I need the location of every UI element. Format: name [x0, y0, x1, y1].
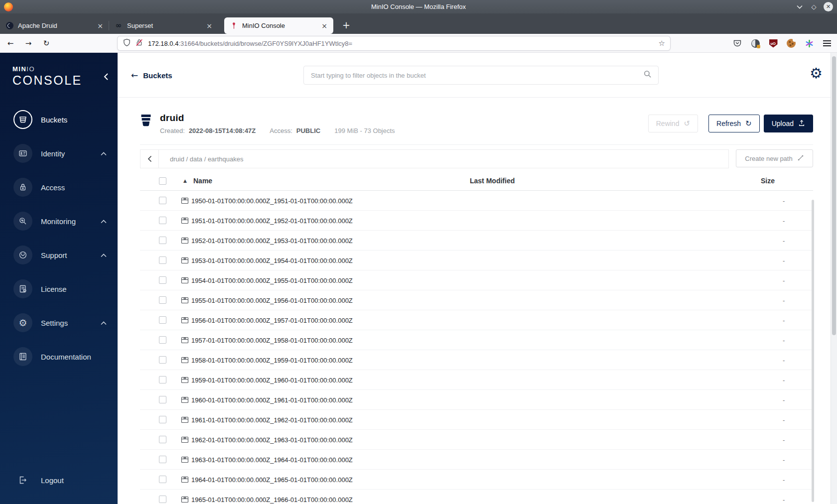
tab-apache-druid[interactable]: Apache Druid × — [0, 17, 109, 34]
url-bar[interactable]: 172.18.0.4:31664/buckets/druid/browse/ZG… — [118, 36, 670, 50]
row-checkbox[interactable] — [159, 496, 166, 503]
container-extension-icon[interactable] — [804, 38, 814, 48]
upload-button[interactable]: Upload — [764, 115, 813, 132]
row-checkbox[interactable] — [159, 416, 166, 423]
close-icon[interactable]: ✕ — [824, 2, 833, 11]
darkreader-extension-icon[interactable] — [750, 38, 760, 48]
object-name: 1955-01-01T00:00:00.000Z_1956-01-01T00:0… — [191, 297, 353, 304]
insecure-lock-icon[interactable] — [135, 38, 143, 49]
object-row[interactable]: 1961-01-01T00:00:00.000Z_1962-01-01T00:0… — [140, 410, 813, 430]
object-row[interactable]: 1951-01-01T00:00:00.000Z_1952-01-01T00:0… — [140, 211, 813, 231]
object-row[interactable]: 1956-01-01T00:00:00.000Z_1957-01-01T00:0… — [140, 310, 813, 330]
sidebar-item-label: License — [41, 285, 67, 293]
path-back-button[interactable] — [140, 150, 159, 168]
sidebar-item-buckets[interactable]: Buckets — [0, 103, 118, 136]
row-checkbox[interactable] — [159, 237, 166, 244]
back-button[interactable]: ← — [3, 36, 18, 50]
reload-button[interactable]: ↻ — [39, 36, 54, 50]
row-checkbox[interactable] — [159, 356, 166, 364]
create-new-path-button[interactable]: Create new path — [736, 149, 813, 167]
page-scrollbar[interactable] — [831, 53, 837, 504]
tab-minio-console[interactable]: MinIO Console × — [224, 17, 333, 34]
access-value[interactable]: PUBLIC — [296, 127, 320, 134]
row-checkbox[interactable] — [159, 276, 166, 284]
row-checkbox[interactable] — [159, 197, 166, 204]
row-checkbox[interactable] — [159, 316, 166, 324]
object-row[interactable]: 1950-01-01T00:00:00.000Z_1951-01-01T00:0… — [140, 191, 813, 211]
bookmark-star-icon[interactable]: ☆ — [659, 39, 665, 48]
object-row[interactable]: 1960-01-01T00:00:00.000Z_1961-01-01T00:0… — [140, 390, 813, 410]
row-checkbox[interactable] — [159, 296, 166, 304]
sidebar-item-license[interactable]: License — [0, 272, 118, 306]
shield-icon[interactable] — [123, 38, 131, 49]
chevron-up-icon[interactable] — [101, 217, 107, 226]
row-checkbox[interactable] — [159, 376, 166, 383]
refresh-button[interactable]: Refresh↻ — [708, 115, 760, 132]
row-checkbox[interactable] — [159, 336, 166, 344]
druid-favicon-icon — [5, 22, 13, 30]
object-row[interactable]: 1957-01-01T00:00:00.000Z_1958-01-01T00:0… — [140, 330, 813, 350]
object-row[interactable]: 1958-01-01T00:00:00.000Z_1959-01-01T00:0… — [140, 350, 813, 370]
object-name: 1963-01-01T00:00:00.000Z_1964-01-01T00:0… — [191, 456, 353, 464]
rewind-button[interactable]: Rewind↺ — [648, 115, 698, 132]
sidebar-item-access[interactable]: Access — [0, 170, 118, 204]
settings-gear-icon[interactable]: ⚙ — [810, 66, 823, 81]
object-size: - — [783, 277, 785, 284]
cookie-extension-icon[interactable] — [786, 38, 796, 48]
object-row[interactable]: 1964-01-01T00:00:00.000Z_1965-01-01T00:0… — [140, 470, 813, 490]
sidebar-item-identity[interactable]: Identity — [0, 136, 118, 170]
ublock-extension-icon[interactable]: uO — [768, 38, 778, 48]
row-checkbox[interactable] — [159, 396, 166, 403]
object-row[interactable]: 1959-01-01T00:00:00.000Z_1960-01-01T00:0… — [140, 370, 813, 390]
row-checkbox[interactable] — [159, 217, 166, 224]
lock-icon — [13, 178, 32, 197]
access-label: Access: — [270, 127, 292, 134]
breadcrumb[interactable]: druid / data / earthquakes — [159, 150, 243, 168]
filter-search-box[interactable] — [303, 66, 659, 85]
object-row[interactable]: 1962-01-01T00:00:00.000Z_1963-01-01T00:0… — [140, 430, 813, 450]
select-all-checkbox[interactable] — [159, 177, 166, 185]
url-text[interactable]: 172.18.0.4:31664/buckets/druid/browse/ZG… — [148, 40, 659, 47]
row-checkbox[interactable] — [159, 476, 166, 483]
object-row[interactable]: 1963-01-01T00:00:00.000Z_1964-01-01T00:0… — [140, 450, 813, 470]
bucket-stats: 199 MiB - 73 Objects — [334, 127, 395, 134]
row-checkbox[interactable] — [159, 256, 166, 264]
sidebar-item-support[interactable]: Support — [0, 238, 118, 272]
pocket-icon[interactable] — [732, 38, 742, 48]
sidebar-item-documentation[interactable]: Documentation — [0, 340, 118, 374]
sort-ascending-icon[interactable]: ▲ — [183, 178, 187, 183]
chevron-up-icon[interactable] — [101, 149, 107, 158]
row-checkbox[interactable] — [159, 456, 166, 463]
tab-superset[interactable]: ∞ Superset × — [109, 17, 218, 34]
sidebar-item-settings[interactable]: ⚙ Settings — [0, 306, 118, 340]
object-row[interactable]: 1954-01-01T00:00:00.000Z_1955-01-01T00:0… — [140, 270, 813, 290]
sidebar-collapse-icon[interactable] — [103, 73, 109, 83]
sidebar-item-logout[interactable]: Logout — [0, 463, 118, 497]
page-scrollbar-thumb[interactable] — [832, 56, 836, 335]
minimize-icon[interactable] — [795, 2, 804, 11]
column-header-size[interactable]: Size — [761, 177, 775, 185]
menu-button[interactable] — [822, 38, 832, 48]
object-row[interactable]: 1952-01-01T00:00:00.000Z_1953-01-01T00:0… — [140, 231, 813, 251]
chevron-up-icon[interactable] — [101, 318, 107, 327]
close-tab-icon[interactable]: × — [319, 22, 329, 30]
search-input[interactable] — [311, 72, 643, 79]
close-tab-icon[interactable]: × — [95, 22, 105, 30]
close-tab-icon[interactable]: × — [204, 22, 214, 30]
object-size: - — [783, 217, 785, 225]
object-row[interactable]: 1965-01-01T00:00:00.000Z_1966-01-01T00:0… — [140, 490, 813, 504]
object-row[interactable]: 1955-01-01T00:00:00.000Z_1956-01-01T00:0… — [140, 290, 813, 310]
sidebar-item-monitoring[interactable]: Monitoring — [0, 204, 118, 238]
license-icon — [13, 279, 32, 298]
bucket-metadata: Created: 2022-08-15T14:08:47Z Access: PU… — [160, 127, 395, 134]
row-checkbox[interactable] — [159, 436, 166, 443]
chevron-up-icon[interactable] — [101, 251, 107, 259]
back-to-buckets[interactable]: ← Buckets — [131, 53, 172, 98]
forward-button[interactable]: → — [21, 36, 36, 50]
maximize-icon[interactable]: ◇ — [809, 2, 819, 11]
new-tab-button[interactable]: + — [342, 19, 350, 30]
object-row[interactable]: 1953-01-01T00:00:00.000Z_1954-01-01T00:0… — [140, 251, 813, 270]
column-header-last-modified[interactable]: Last Modified — [470, 177, 515, 185]
table-scrollbar[interactable] — [812, 200, 814, 502]
column-header-name[interactable]: Name — [193, 177, 212, 185]
